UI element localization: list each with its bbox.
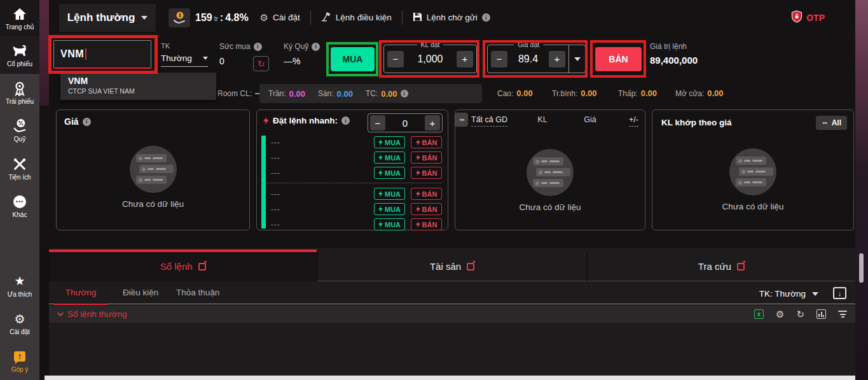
sidebar-item-settings[interactable]: ⚙ Cài đặt [0, 305, 39, 342]
trades-col-change[interactable]: +/- [629, 115, 638, 127]
matched-panel-title: KL khớp theo giá [661, 118, 732, 127]
bottom-section: Sổ lệnh Tài sản Tra cứu Thường Điều kiện… [39, 248, 855, 376]
symbol-suggestion-item[interactable]: VNM CTCP SUA VIET NAM [60, 73, 216, 100]
quick-order-panel: Đặt lệnh nhanh: i − 0 + --- MUA BÁN --- … [256, 109, 448, 230]
sidebar-label: Cổ phiếu [7, 60, 32, 67]
matched-filter-label: All [832, 118, 841, 127]
chevron-down-icon [574, 57, 581, 61]
sell-button[interactable]: BÁN [595, 47, 642, 71]
account-select[interactable]: TK: Thường [759, 289, 818, 299]
price-minus-button[interactable]: − [491, 51, 507, 67]
price-placeholder: --- [271, 169, 280, 178]
price-type-dropdown[interactable] [568, 45, 585, 73]
quick-sell-button[interactable]: BÁN [411, 136, 442, 148]
bottom-white-strip [45, 376, 855, 380]
quick-sell-button[interactable]: BÁN [411, 188, 442, 200]
buying-power-summary[interactable]: 159 tr : 4.8% [195, 12, 249, 24]
price-panel-title: Giá [64, 116, 79, 127]
tab-lookup[interactable]: Tra cứu [586, 252, 855, 281]
quantity-minus-button[interactable]: − [387, 51, 404, 67]
quick-sell-button[interactable]: BÁN [411, 167, 442, 179]
floor-value: 0.00 [337, 89, 353, 99]
buy-button[interactable]: MUA [331, 47, 375, 71]
symbol-input[interactable]: VNM [53, 40, 151, 69]
scrollbar-thumb[interactable] [859, 253, 864, 283]
quick-order-row: --- MUA BÁN [271, 202, 442, 216]
quick-buy-label: MUA [385, 190, 401, 198]
condition-orders-button[interactable]: Lệnh điều kiện [321, 12, 392, 24]
chart-icon[interactable] [816, 309, 826, 319]
quick-sell-button[interactable]: BÁN [411, 203, 442, 215]
chevron-down-icon [812, 292, 818, 296]
sidebar-item-feedback[interactable]: ! Góp ý [0, 342, 39, 380]
price-placeholder: --- [271, 205, 280, 214]
quick-buy-button[interactable]: MUA [374, 151, 405, 164]
balance-unit: tr [214, 15, 218, 22]
price-plus-button[interactable]: + [549, 51, 565, 67]
condition-orders-label: Lệnh điều kiện [336, 13, 392, 22]
symbol-value: VNM [60, 48, 84, 60]
sidebar-item-favorites[interactable]: ★ Ưa thích [0, 267, 39, 304]
otp-button[interactable]: OTP [791, 10, 825, 25]
sidebar-item-utilities[interactable]: Tiện ích [0, 150, 39, 187]
high-price: Cao: 0.00 [497, 88, 533, 98]
sell-button-label: BÁN [609, 54, 628, 64]
quick-sell-button[interactable]: BÁN [411, 218, 442, 230]
refresh-icon[interactable]: ↻ [796, 309, 804, 319]
swap-icon: ◄► [822, 121, 828, 125]
gear-icon[interactable]: ⚙ [776, 309, 784, 319]
refresh-buying-power-button[interactable]: ↻ [253, 56, 269, 71]
tab-order-book[interactable]: Sổ lệnh [49, 252, 317, 281]
quick-buy-button[interactable]: MUA [374, 136, 405, 148]
quantity-plus-button[interactable]: + [457, 51, 473, 67]
export-download-icon[interactable]: ↓ [833, 287, 846, 299]
more-icon: ••• [12, 194, 27, 209]
sidebar-item-home[interactable]: Trang chủ [0, 0, 39, 36]
sidebar-item-funds[interactable]: Quỹ [0, 112, 39, 150]
quick-buy-label: MUA [385, 206, 401, 213]
coin-hand-icon[interactable] [169, 8, 190, 27]
all-trades-panel: ◄► Tất cả GD KL Giá +/- Chưa có dữ liệu [455, 109, 645, 230]
account-type-select[interactable]: Thường [161, 53, 208, 67]
matched-filter-button[interactable]: ◄► All [816, 116, 847, 130]
sidebar-item-bonds[interactable]: Trái phiếu [0, 74, 39, 111]
swap-columns-icon[interactable]: ◄► [455, 113, 468, 127]
order-book-subtabs: Thường Điều kiện Thỏa thuận TK: Thường ↓ [49, 285, 855, 304]
quick-buy-label: MUA [385, 139, 401, 146]
info-icon[interactable]: i [312, 43, 320, 51]
tab-assets[interactable]: Tài sản [317, 252, 586, 281]
balance-separator: : [220, 12, 223, 24]
quick-buy-button[interactable]: MUA [374, 188, 405, 200]
info-icon[interactable]: i [482, 13, 490, 22]
external-link-icon [198, 263, 206, 271]
quick-qty-plus-button[interactable]: + [425, 115, 440, 130]
sidebar-item-stocks[interactable]: Cổ phiếu [0, 36, 39, 74]
tab-label: Tài sản [430, 261, 461, 272]
info-icon[interactable]: i [401, 90, 408, 97]
quick-sell-button[interactable]: BÁN [411, 151, 442, 164]
subtab-conditional[interactable]: Điều kiện [123, 288, 158, 297]
info-icon[interactable]: i [83, 118, 91, 126]
quick-qty-stepper: − 0 + [368, 113, 443, 132]
text-cursor [85, 48, 86, 60]
sidebar-item-more[interactable]: ••• Khác [0, 187, 39, 225]
excel-export-icon[interactable]: x [754, 309, 764, 319]
quick-buy-button[interactable]: MUA [374, 218, 405, 230]
pending-orders-button[interactable]: Lệnh chờ gửi i [413, 12, 490, 24]
topbar-settings-button[interactable]: ⚙ Cài đặt [260, 12, 300, 24]
condition-order-icon [321, 12, 331, 24]
filter-icon[interactable] [838, 311, 847, 318]
trades-col-all[interactable]: Tất cả GD [471, 115, 507, 127]
order-book-section-bar[interactable]: Sổ lệnh thường x ⚙ ↻ [49, 306, 855, 323]
margin-label: Ký Quỹ [284, 42, 308, 51]
subtab-negotiated[interactable]: Thỏa thuận [176, 288, 219, 297]
info-icon[interactable]: i [341, 116, 350, 125]
empty-state: Chưa có dữ liệu [57, 129, 249, 225]
quick-buy-button[interactable]: MUA [374, 203, 405, 215]
info-icon[interactable]: i [254, 43, 262, 51]
quick-buy-button[interactable]: MUA [374, 167, 405, 179]
order-type-dropdown[interactable]: Lệnh thường [59, 4, 156, 32]
subtab-normal[interactable]: Thường [54, 288, 107, 305]
lightning-icon [263, 116, 269, 125]
quick-qty-minus-button[interactable]: − [370, 115, 385, 130]
